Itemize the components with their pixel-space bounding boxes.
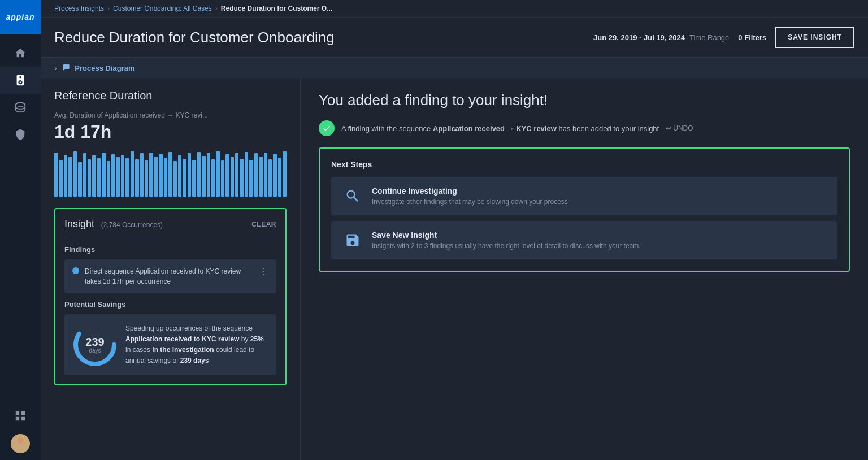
chart-bar [78,162,81,197]
chart-bar [111,154,115,197]
chart-bar [202,156,205,197]
chart-bar [168,152,172,197]
avg-label: Avg. Duration of Application received → … [54,111,287,119]
chart-bar [188,153,191,197]
chart-bar [68,157,72,197]
chevron-right-icon: › [54,64,57,72]
chart-bar [107,161,110,197]
continue-investigating-label: Continue Investigating [372,186,568,196]
savings-desc-3: in cases [125,346,152,354]
chart-bar [240,159,243,197]
savings-percent: 25% [250,335,264,343]
savings-desc-2: by [239,335,250,343]
chart-bar [278,158,281,197]
filters-label-text: Filters [744,33,766,42]
app-logo[interactable]: appian [0,0,41,34]
time-range-dates: Jun 29, 2019 - Jul 19, 2024 [593,33,685,42]
undo-button[interactable]: ↩ UNDO [666,124,693,132]
clear-button[interactable]: CLEAR [251,220,276,228]
finding-text: Direct sequence Application received to … [85,266,254,287]
sidebar-item-database[interactable] [0,94,41,121]
chart-bar [254,153,258,197]
insight-title: Insight [64,218,94,229]
chart-bar [159,154,162,197]
chart-bar [192,160,196,197]
continue-investigating-icon [342,186,363,206]
save-new-insight-item[interactable]: Save New Insight Insights with 2 to 3 fi… [331,221,837,259]
filters-count: 0 [738,33,742,42]
finding-item: Direct sequence Application received to … [64,259,276,293]
user-avatar[interactable] [11,434,30,453]
sidebar-item-process-insights[interactable] [0,67,41,94]
chart-bar [121,155,124,197]
header-right: Jun 29, 2019 - Jul 19, 2024 Time Range 0… [593,27,854,48]
continue-investigating-desc: Investigate other findings that may be s… [372,198,568,206]
sidebar-item-home[interactable] [0,40,41,67]
chart-bar [164,158,167,197]
time-range: Jun 29, 2019 - Jul 19, 2024 Time Range [593,33,729,42]
undo-label: UNDO [673,124,693,132]
potential-savings-title: Potential Savings [64,300,276,309]
notif-after: has been added to your insight [557,124,659,133]
time-range-label: Time Range [689,33,729,42]
breadcrumb-sep-2: › [215,5,218,12]
chart-bar [273,154,276,197]
breadcrumb-process-insights[interactable]: Process Insights [54,5,104,12]
chart-bar [140,153,144,197]
chart-bar [283,151,286,197]
sidebar-nav [0,34,41,402]
save-insight-button[interactable]: SAVE INSIGHT [775,27,854,48]
next-steps-box: Next Steps Continue Investigating Invest… [319,147,850,272]
main-content: Process Insights › Customer Onboarding: … [41,0,868,460]
chart-bar [173,161,177,197]
page-title: Reduce Duration for Customer Onboarding [54,29,335,46]
bar-chart [54,151,287,197]
savings-days-number: 239 [85,336,104,348]
next-steps-title: Next Steps [331,160,837,169]
check-icon [319,120,335,136]
sidebar-item-shield[interactable] [0,121,41,148]
undo-arrow: ↩ [666,124,671,132]
chart-bar [268,159,272,197]
chart-bar [116,157,119,197]
notif-sequence: Application received → KYC review [433,124,557,133]
save-new-insight-desc: Insights with 2 to 3 findings usually ha… [372,242,641,250]
process-icon [14,74,27,86]
process-diagram-bar[interactable]: › Process Diagram [41,58,868,78]
chart-bar [125,158,129,197]
chart-bar [54,153,58,197]
chart-bar [59,160,62,197]
chart-bar [102,153,105,197]
savings-desc-1: Speeding up occurrences of the sequence [125,324,253,332]
findings-title: Findings [64,245,276,254]
chart-bar [231,157,234,197]
notif-before: A finding with the sequence [341,124,433,133]
logo-text: appian [6,12,34,21]
right-panel: You added a finding to your insight! A f… [301,78,868,460]
avatar-icon [11,434,30,453]
checkmark-icon [322,124,331,133]
chart-bar [211,159,215,197]
chart-bar [145,160,148,197]
sidebar-item-grid[interactable] [11,402,30,429]
finding-menu-button[interactable]: ⋮ [259,266,268,277]
savings-in-investigation: in the investigation [152,346,214,354]
savings-annual: 239 days [180,357,209,364]
notification-bar: A finding with the sequence Application … [319,120,850,136]
savings-circle: 239 days [72,322,118,367]
chart-bar [131,151,134,197]
continue-investigating-content: Continue Investigating Investigate other… [372,186,568,206]
finding-added-title: You added a finding to your insight! [319,92,850,109]
page-header: Reduce Duration for Customer Onboarding … [41,18,868,58]
chart-bar [264,153,267,197]
continue-investigating-item[interactable]: Continue Investigating Investigate other… [331,177,837,215]
shield-icon [14,128,27,141]
sidebar-bottom [11,402,30,460]
avg-value: 1d 17h [54,121,287,142]
breadcrumb-customer-cases[interactable]: Customer Onboarding: All Cases [113,5,212,12]
savings-text: Speeding up occurrences of the sequence … [125,323,268,367]
left-panel: Reference Duration Avg. Duration of Appl… [41,78,301,460]
chart-bar [249,160,253,197]
chart-bar [183,159,186,197]
home-icon [14,47,27,59]
